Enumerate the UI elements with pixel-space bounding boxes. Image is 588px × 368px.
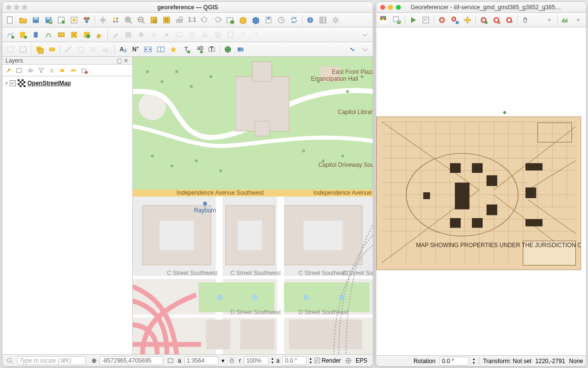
gdal-script-icon[interactable] xyxy=(420,14,432,26)
zoom-full-icon[interactable] xyxy=(148,14,160,26)
add-raster-icon[interactable]: + xyxy=(391,14,403,26)
scale-input[interactable]: 1:3564 xyxy=(184,356,219,365)
new-geopackage-icon[interactable] xyxy=(30,29,42,41)
map-canvas[interactable]: Independence Avenue Southwest Independen… xyxy=(133,57,373,354)
digitize-icon[interactable] xyxy=(4,44,16,55)
locator-search-icon[interactable] xyxy=(5,356,14,365)
plugin-icon[interactable] xyxy=(235,44,246,55)
scale-lock-icon[interactable] xyxy=(227,356,236,365)
transformation-settings-icon[interactable] xyxy=(462,14,473,26)
edits-icon[interactable] xyxy=(94,29,105,41)
manage-visibility-icon[interactable] xyxy=(26,66,35,75)
georef-rotation-stepper-icon[interactable]: ▴▾ xyxy=(473,357,475,365)
georef-minimize-button[interactable] xyxy=(388,5,393,10)
measure-icon[interactable] xyxy=(62,44,74,55)
save-project-icon[interactable] xyxy=(30,14,42,26)
options-icon[interactable] xyxy=(330,14,342,26)
zoom-selection-icon[interactable] xyxy=(161,14,172,26)
pan-icon[interactable] xyxy=(97,14,109,26)
load-gcps-icon[interactable] xyxy=(436,14,448,26)
georef-canvas[interactable]: MAP SHOWING PROPERTIES UNDER THE JURISDI… xyxy=(376,27,586,355)
open-project-icon[interactable] xyxy=(17,14,29,26)
layer-row-openstreetmap[interactable]: ▾ ✓ OpenStreetMap xyxy=(4,78,130,88)
new-bookmark-icon[interactable] xyxy=(250,14,262,26)
measure-area-icon[interactable] xyxy=(75,44,87,55)
pin-labels-icon[interactable] xyxy=(155,44,167,55)
start-georef-icon[interactable] xyxy=(407,14,419,26)
layer-style-icon[interactable] xyxy=(4,66,13,75)
new-mesh-icon[interactable] xyxy=(68,29,80,41)
new-spatialite-icon[interactable] xyxy=(43,29,54,41)
label-tool-icon[interactable]: Aa xyxy=(117,44,128,55)
cut-icon[interactable] xyxy=(199,29,211,41)
crs-button[interactable]: EPS xyxy=(356,357,368,364)
expand-all-icon[interactable] xyxy=(58,66,67,75)
new-map-view-icon[interactable] xyxy=(224,14,236,26)
move-label-icon[interactable]: T xyxy=(180,44,192,55)
layout-manager-icon[interactable] xyxy=(68,14,80,26)
layers-panel-close-icon[interactable]: ✕ xyxy=(122,57,129,64)
new-3d-view-icon[interactable] xyxy=(237,14,249,26)
magnifier-stepper-icon[interactable]: ▴▾ xyxy=(271,357,273,365)
zoom-in-icon[interactable] xyxy=(122,14,134,26)
show-labels-icon[interactable] xyxy=(168,44,179,55)
remove-layer-icon[interactable] xyxy=(80,66,89,75)
add-feature-icon[interactable] xyxy=(135,29,147,41)
georef-rotation-input[interactable]: 0.0 ° xyxy=(440,357,469,366)
layers-panel-detach-icon[interactable]: ▢ xyxy=(116,57,122,64)
new-layout-icon[interactable] xyxy=(55,14,67,26)
georef-toolbar-overflow2-icon[interactable]: » xyxy=(572,14,584,26)
window-zoom-button[interactable] xyxy=(22,5,27,10)
diagram-icon[interactable]: N xyxy=(129,44,141,55)
bookmarks-icon[interactable] xyxy=(263,14,274,26)
new-virtual-icon[interactable] xyxy=(55,29,67,41)
pan-selection-icon[interactable] xyxy=(110,14,122,26)
temporal-icon[interactable] xyxy=(275,14,287,26)
rotation-input[interactable]: 0.0 ° xyxy=(282,356,307,365)
new-shapefile-icon[interactable] xyxy=(17,29,29,41)
move-feature-icon[interactable] xyxy=(148,29,160,41)
delete-point-icon[interactable] xyxy=(490,14,502,26)
python-console-icon[interactable] xyxy=(346,44,358,55)
zoom-native-icon[interactable]: 1:1 xyxy=(186,14,198,26)
copy-icon[interactable] xyxy=(212,29,223,41)
georef-histogram-icon[interactable] xyxy=(560,14,571,26)
metasearch-icon[interactable] xyxy=(222,44,234,55)
georef-close-button[interactable] xyxy=(380,5,385,10)
toolbar-overflow-icon[interactable] xyxy=(359,29,371,41)
select-icon[interactable] xyxy=(17,44,29,55)
map-tips-icon[interactable] xyxy=(88,44,99,55)
zoom-layer-icon[interactable] xyxy=(173,14,185,26)
add-group-icon[interactable] xyxy=(15,66,24,75)
zoom-out-icon[interactable] xyxy=(135,14,147,26)
identify-icon[interactable]: i xyxy=(304,14,316,26)
statistical-icon[interactable] xyxy=(100,44,112,55)
attributes-icon[interactable] xyxy=(317,14,329,26)
expression-filter-icon[interactable]: ε xyxy=(48,66,56,75)
redo-icon[interactable] xyxy=(250,29,262,41)
zoom-last-icon[interactable] xyxy=(199,14,211,26)
tree-expand-icon[interactable]: ▾ xyxy=(5,81,8,86)
georef-pan-icon[interactable] xyxy=(519,14,531,26)
magnifier-input[interactable]: 100% xyxy=(244,356,269,365)
change-label-icon[interactable]: T xyxy=(206,44,218,55)
style-manager-icon[interactable] xyxy=(81,14,93,26)
filter-legend-icon[interactable] xyxy=(37,66,46,75)
open-raster-icon[interactable] xyxy=(378,14,390,26)
paste-icon[interactable] xyxy=(224,29,236,41)
locator-input[interactable]: Type to locate (⌘K) xyxy=(17,356,86,365)
toolbar3-overflow-icon[interactable] xyxy=(359,44,371,55)
select-all-icon[interactable] xyxy=(46,44,58,55)
deselect-icon[interactable] xyxy=(33,44,45,55)
toggle-editing-icon[interactable] xyxy=(110,29,122,41)
georef-zoom-button[interactable] xyxy=(396,5,401,10)
highlight-labels-icon[interactable] xyxy=(142,44,154,55)
rotate-label-icon[interactable]: abc xyxy=(193,44,205,55)
extents-icon[interactable] xyxy=(166,356,175,365)
layer-visibility-checkbox[interactable]: ✓ xyxy=(10,80,16,86)
save-edits-icon[interactable] xyxy=(122,29,134,41)
window-close-button[interactable] xyxy=(6,5,11,10)
refresh-icon[interactable] xyxy=(288,14,300,26)
collapse-all-icon[interactable] xyxy=(69,66,78,75)
rotation-stepper-icon[interactable]: ▴▾ xyxy=(310,357,312,365)
